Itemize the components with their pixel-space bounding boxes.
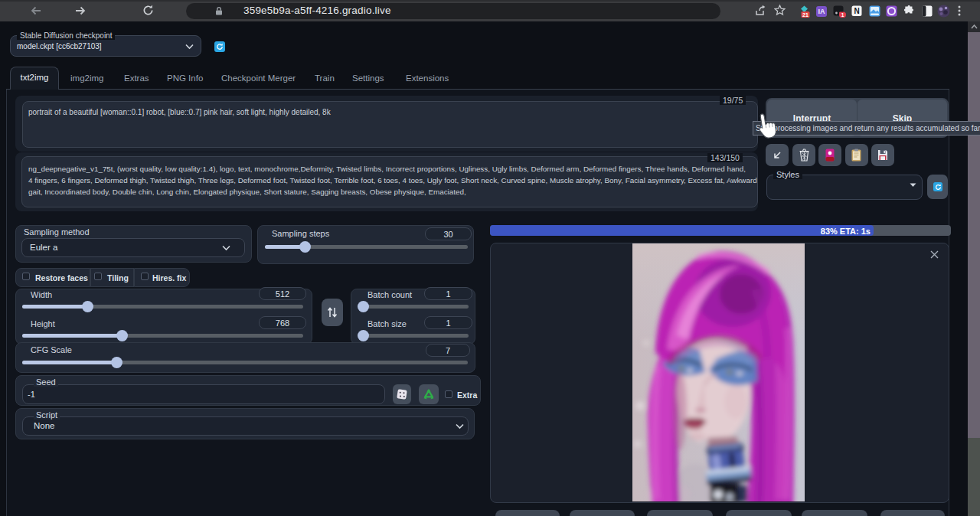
svg-text:21: 21	[802, 12, 808, 18]
svg-text:1: 1	[841, 12, 844, 18]
svg-text:N: N	[854, 7, 859, 15]
